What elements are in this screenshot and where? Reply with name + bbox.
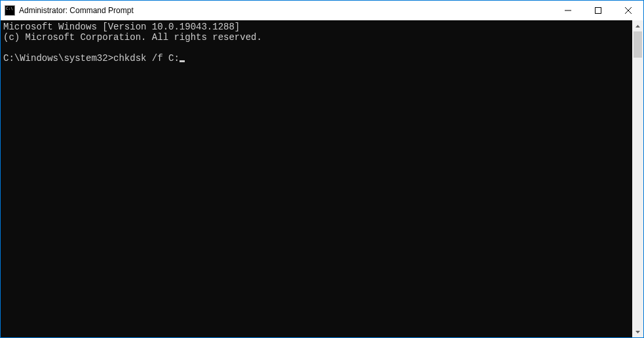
command-prompt-window: Administrator: Command Prompt Microsoft … bbox=[0, 0, 644, 338]
titlebar[interactable]: Administrator: Command Prompt bbox=[1, 1, 643, 20]
terminal-output[interactable]: Microsoft Windows [Version 10.0.19043.12… bbox=[1, 20, 632, 337]
minimize-icon bbox=[565, 7, 571, 14]
maximize-button[interactable] bbox=[583, 1, 613, 20]
output-line: (c) Microsoft Corporation. All rights re… bbox=[3, 32, 262, 43]
window-title: Administrator: Command Prompt bbox=[19, 6, 134, 15]
maximize-icon bbox=[595, 7, 601, 14]
chevron-down-icon bbox=[635, 331, 640, 333]
text-cursor bbox=[180, 60, 185, 62]
scrollbar-thumb[interactable] bbox=[634, 31, 642, 58]
command-input[interactable]: chkdsk /f C: bbox=[113, 53, 180, 64]
client-area: Microsoft Windows [Version 10.0.19043.12… bbox=[1, 20, 643, 337]
vertical-scrollbar[interactable] bbox=[632, 20, 643, 337]
chevron-up-icon bbox=[635, 25, 640, 28]
scrollbar-track[interactable] bbox=[632, 31, 643, 326]
scroll-down-button[interactable] bbox=[632, 326, 643, 337]
prompt-line: C:\Windows\system32>chkdsk /f C: bbox=[3, 53, 185, 64]
close-icon bbox=[625, 7, 632, 14]
output-line: Microsoft Windows [Version 10.0.19043.12… bbox=[3, 22, 240, 32]
app-icon bbox=[5, 5, 15, 16]
svg-rect-0 bbox=[596, 8, 601, 14]
scroll-up-button[interactable] bbox=[632, 20, 643, 31]
prompt: C:\Windows\system32> bbox=[3, 53, 113, 64]
minimize-button[interactable] bbox=[553, 1, 583, 20]
close-button[interactable] bbox=[613, 1, 643, 20]
